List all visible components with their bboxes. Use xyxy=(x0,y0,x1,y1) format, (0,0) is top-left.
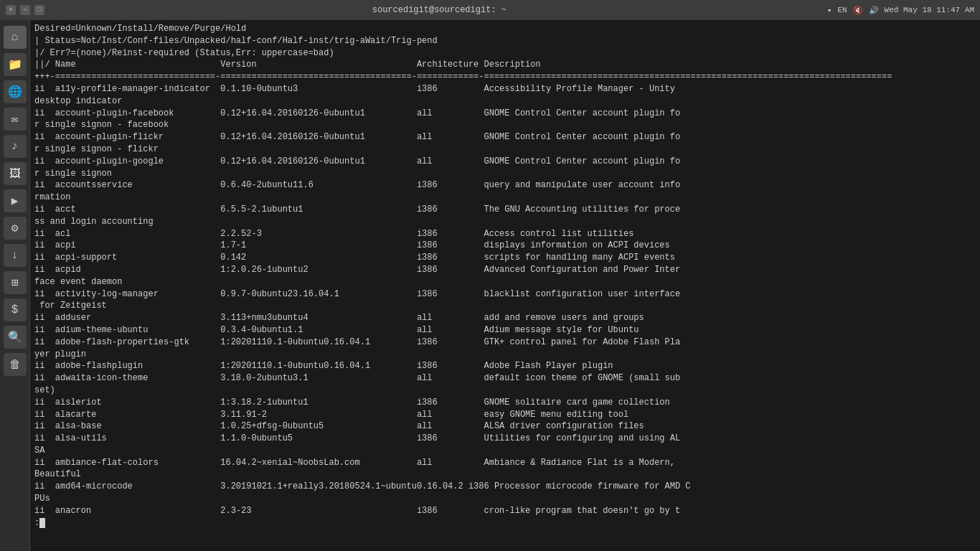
audio-icon: 🔇 xyxy=(853,6,863,15)
volume-icon: 🔊 xyxy=(869,6,879,15)
language-indicator: EN xyxy=(837,6,847,14)
sidebar-icon-browser[interactable]: 🌐 xyxy=(4,80,27,103)
terminal-output: Desired=Unknown/Install/Remove/Purge/Hol… xyxy=(34,23,976,529)
sidebar: ⌂ 📁 🌐 ✉ ♪ 🖼 ▶ ⚙ ↓ ⊞ $ 🔍 🗑 xyxy=(0,20,30,551)
window-controls: × − □ xyxy=(6,5,44,15)
sidebar-icon-search[interactable]: 🔍 xyxy=(4,326,27,349)
minimize-button[interactable]: − xyxy=(20,5,30,15)
window-title: sourcedigit@sourcedigit: ~ xyxy=(52,5,827,15)
close-button[interactable]: × xyxy=(6,5,16,15)
sidebar-icon-download[interactable]: ↓ xyxy=(4,244,27,267)
main-layout: ⌂ 📁 🌐 ✉ ♪ 🖼 ▶ ⚙ ↓ ⊞ $ 🔍 🗑 Desired=Unknow… xyxy=(0,20,980,551)
sidebar-icon-settings[interactable]: ⚙ xyxy=(4,217,27,240)
sidebar-icon-music[interactable]: ♪ xyxy=(4,135,27,158)
maximize-button[interactable]: □ xyxy=(34,5,44,15)
titlebar: × − □ sourcedigit@sourcedigit: ~ ▾ EN 🔇 … xyxy=(0,0,980,20)
sidebar-icon-email[interactable]: ✉ xyxy=(4,108,27,131)
sidebar-icon-trash[interactable]: 🗑 xyxy=(4,353,27,376)
sidebar-icon-video[interactable]: ▶ xyxy=(4,189,27,212)
sidebar-icon-terminal[interactable]: $ xyxy=(4,298,27,321)
wifi-icon: ▾ xyxy=(827,6,832,15)
sidebar-icon-apps[interactable]: ⊞ xyxy=(4,271,27,294)
terminal-window[interactable]: Desired=Unknown/Install/Remove/Purge/Hol… xyxy=(30,20,980,551)
sidebar-icon-photos[interactable]: 🖼 xyxy=(4,162,27,185)
datetime-display: Wed May 18 11:47 AM xyxy=(885,6,974,14)
sidebar-icon-home[interactable]: ⌂ xyxy=(4,26,27,49)
terminal-cursor xyxy=(39,518,45,528)
system-tray: ▾ EN 🔇 🔊 Wed May 18 11:47 AM xyxy=(827,6,974,15)
sidebar-icon-files[interactable]: 📁 xyxy=(4,53,27,76)
